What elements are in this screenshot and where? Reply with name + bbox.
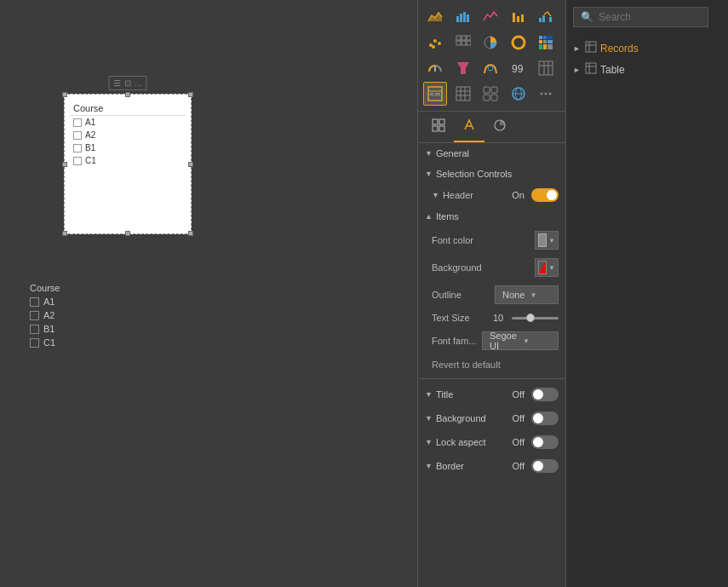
- icon-table-chart[interactable]: [534, 56, 558, 80]
- icon-column-chart[interactable]: [507, 5, 530, 29]
- checkbox-a2[interactable]: [73, 131, 82, 140]
- tree-item-table[interactable]: ► Table: [566, 59, 715, 80]
- svg-rect-52: [491, 87, 497, 93]
- widget2-item-b1: B1: [30, 322, 140, 336]
- outline-dropdown[interactable]: None ▼: [495, 285, 559, 304]
- chevron-background: ▼: [425, 414, 433, 423]
- icon-grid-chart[interactable]: [451, 31, 475, 55]
- header-toggle-label: On: [512, 190, 525, 200]
- background-section-row[interactable]: ▼ Background Off: [418, 406, 565, 430]
- font-color-label: Font color: [432, 235, 531, 245]
- table-icon-records: [585, 41, 597, 55]
- background-swatch[interactable]: ▼: [535, 258, 559, 277]
- svg-rect-26: [547, 36, 553, 39]
- swatch-dropdown-arrow: ▼: [548, 237, 555, 245]
- icon-number[interactable]: 99: [507, 56, 530, 80]
- checkbox2-a1[interactable]: [30, 297, 39, 307]
- background-toggle[interactable]: [531, 411, 559, 425]
- border-toggle[interactable]: [531, 459, 559, 473]
- text-size-slider[interactable]: [512, 317, 559, 319]
- chevron-items: ▲: [425, 212, 433, 221]
- icon-cards[interactable]: [479, 82, 502, 106]
- icon-scatter-chart[interactable]: [423, 31, 447, 55]
- svg-point-58: [541, 93, 543, 95]
- icon-funnel[interactable]: [451, 56, 475, 80]
- svg-rect-8: [539, 18, 542, 22]
- widget-preview-1[interactable]: ☰ ⊡ … Course A1 A2 B1 C1: [64, 94, 192, 234]
- section-general[interactable]: ▼ General: [418, 143, 565, 164]
- resize-handle-mr[interactable]: [188, 162, 193, 167]
- checkbox-b1[interactable]: [73, 144, 82, 153]
- svg-rect-64: [439, 126, 444, 131]
- tree-item-records[interactable]: ► Records: [566, 37, 715, 59]
- resize-handle-tr[interactable]: [188, 92, 193, 97]
- search-input[interactable]: [599, 11, 726, 23]
- checkbox2-a2[interactable]: [30, 311, 39, 320]
- lock-aspect-toggle[interactable]: [531, 435, 559, 449]
- svg-rect-15: [456, 36, 461, 40]
- header-row: ▼ Header On: [418, 184, 565, 206]
- icon-globe[interactable]: [507, 82, 530, 106]
- checkbox-a1[interactable]: [73, 118, 82, 127]
- widget1-title: Course: [70, 100, 186, 116]
- canvas-area: ☰ ⊡ … Course A1 A2 B1 C1 Cou: [0, 0, 417, 587]
- resize-handle-ml[interactable]: [62, 162, 67, 167]
- svg-rect-62: [439, 119, 444, 124]
- font-fam-value: Segoe UI: [490, 331, 521, 351]
- widget2-item-c1: C1: [30, 336, 140, 349]
- icon-matrix[interactable]: [451, 82, 475, 106]
- svg-text:99: 99: [512, 63, 524, 75]
- svg-rect-67: [586, 42, 596, 52]
- swatch-red-trans-box: [538, 261, 547, 274]
- svg-rect-25: [543, 36, 547, 39]
- widget1-item-a1: A1: [70, 116, 186, 129]
- checkbox2-b1[interactable]: [30, 325, 39, 334]
- font-family-dropdown[interactable]: Segoe UI ▼: [482, 331, 559, 350]
- slider-thumb[interactable]: [526, 314, 535, 322]
- icon-pie-chart[interactable]: [479, 31, 502, 55]
- svg-rect-61: [433, 119, 438, 124]
- title-toggle[interactable]: [531, 388, 559, 401]
- svg-rect-45: [435, 93, 440, 95]
- icon-more[interactable]: [534, 82, 558, 106]
- icon-bar-chart[interactable]: [451, 5, 475, 29]
- title-section-row[interactable]: ▼ Title Off: [418, 383, 565, 406]
- svg-rect-24: [539, 36, 542, 39]
- font-color-swatch[interactable]: ▼: [535, 231, 559, 250]
- widget-inner: Course A1 A2 B1 C1: [65, 95, 191, 172]
- resize-handle-br[interactable]: [188, 231, 193, 236]
- svg-rect-9: [542, 15, 545, 22]
- tab-analytics[interactable]: [484, 112, 515, 142]
- svg-point-23: [515, 39, 522, 46]
- border-section-row[interactable]: ▼ Border Off: [418, 454, 565, 478]
- tree-label-table: Table: [600, 64, 625, 76]
- resize-handle-bl[interactable]: [62, 231, 67, 236]
- resize-handle-tl[interactable]: [62, 92, 67, 97]
- svg-rect-6: [517, 16, 519, 22]
- outline-row: Outline None ▼: [418, 281, 565, 308]
- icon-donut-chart[interactable]: [507, 31, 530, 55]
- revert-button[interactable]: Revert to default: [418, 354, 565, 375]
- resize-handle-bm[interactable]: [125, 231, 130, 236]
- resize-handle-tm[interactable]: [125, 92, 130, 97]
- checkbox2-c1[interactable]: [30, 338, 39, 348]
- header-toggle[interactable]: [531, 188, 559, 202]
- icon-arc[interactable]: [479, 56, 502, 80]
- icon-heatmap[interactable]: [534, 31, 558, 55]
- tab-format[interactable]: [454, 112, 484, 142]
- chevron-header[interactable]: ▼: [432, 191, 439, 199]
- widget-preview-2: Course A1 A2 B1 C1: [30, 281, 140, 349]
- section-selection-controls[interactable]: ▼ Selection Controls: [418, 164, 565, 184]
- icon-list-active[interactable]: [423, 82, 447, 106]
- tab-grid[interactable]: [423, 112, 454, 142]
- icon-line-chart[interactable]: [479, 5, 502, 29]
- border-label: Border: [436, 461, 509, 471]
- section-items[interactable]: ▲ Items: [418, 206, 565, 227]
- icon-combo-chart[interactable]: [534, 5, 558, 29]
- lock-aspect-section-row[interactable]: ▼ Lock aspect Off: [418, 430, 565, 454]
- icon-area-chart[interactable]: [423, 5, 447, 29]
- svg-rect-29: [547, 40, 553, 43]
- icon-gauge[interactable]: [423, 56, 447, 80]
- chevron-general: ▼: [425, 149, 433, 158]
- checkbox-c1[interactable]: [73, 157, 82, 165]
